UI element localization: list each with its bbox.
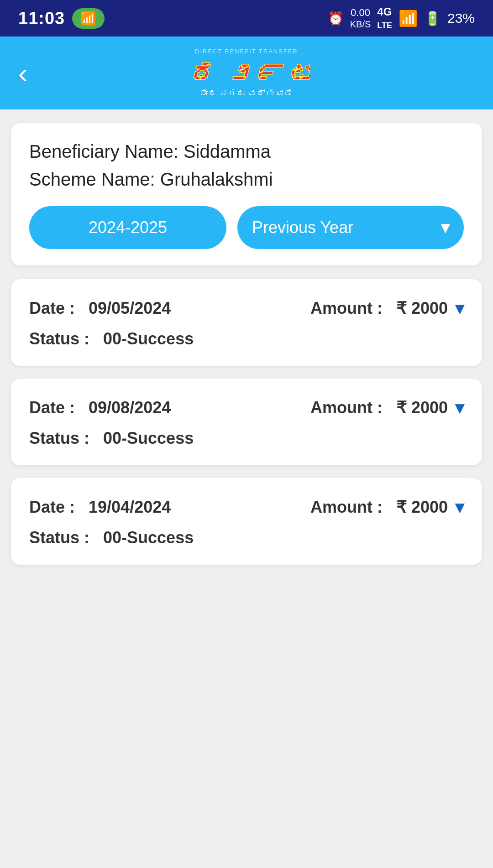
txn-date-value-3: 19/04/2024 — [89, 498, 171, 516]
dbt-label: DIRECT BENEFIT TRANSFER — [195, 48, 298, 55]
txn-status-row-2: Status : 00-Success — [29, 429, 464, 448]
txn-amount-label-2: Amount : — [310, 398, 383, 417]
txn-status-value-3: 00-Success — [103, 528, 194, 547]
scheme-name: Scheme Name: Gruhalakshmi — [29, 169, 464, 190]
txn-status-label-1: Status : — [29, 329, 89, 348]
txn-date-1: Date : 09/05/2024 — [29, 299, 171, 318]
txn-amount-row-1: Amount : ₹ 2000 ▾ — [310, 298, 464, 318]
txn-amount-value-2: ₹ 2000 — [396, 398, 448, 417]
txn-status-label-2: Status : — [29, 429, 89, 447]
txn-amount-label-1: Amount : — [310, 299, 383, 318]
previous-year-button[interactable]: Previous Year ▾ — [237, 206, 464, 249]
txn-amount-row-3: Amount : ₹ 2000 ▾ — [310, 497, 464, 517]
txn-status-row-1: Status : 00-Success — [29, 329, 464, 348]
txn-date-2: Date : 09/08/2024 — [29, 398, 171, 417]
txn-amount-label-3: Amount : — [310, 498, 383, 517]
back-button[interactable]: ‹ — [18, 57, 27, 89]
txn-expand-icon-1[interactable]: ▾ — [455, 298, 464, 318]
wifi-badge: 📶 — [72, 8, 105, 29]
network-type: 4GLTE — [377, 5, 392, 31]
current-year-button[interactable]: 2024-2025 — [29, 206, 226, 249]
txn-date-3: Date : 19/04/2024 — [29, 498, 171, 517]
status-right-icons: ⏰ 0.00 KB/S 4GLTE 📶 🔋 23% — [328, 5, 475, 31]
logo-main: ದ ೨೯ ಟಿ — [183, 56, 310, 88]
txn-top-row-3: Date : 19/04/2024 Amount : ₹ 2000 ▾ — [29, 497, 464, 517]
beneficiary-label: Beneficiary Name: — [29, 141, 178, 161]
logo-slogan: ನೇರ ನಗದು ವರ್ಗಾ ವಣೆ — [200, 88, 293, 98]
txn-amount-row-2: Amount : ₹ 2000 ▾ — [310, 398, 464, 418]
txn-amount-3: Amount : ₹ 2000 — [310, 498, 448, 517]
battery-icon: 🔋 — [424, 10, 441, 26]
txn-date-label-1: Date : — [29, 299, 75, 317]
beneficiary-name: Beneficiary Name: Siddamma — [29, 141, 464, 162]
transaction-card-1: Date : 09/05/2024 Amount : ₹ 2000 ▾ Stat… — [11, 279, 482, 366]
txn-status-value-1: 00-Success — [103, 329, 194, 348]
main-content: Beneficiary Name: Siddamma Scheme Name: … — [0, 109, 493, 868]
signal-icon: 📶 — [399, 9, 418, 27]
logo-svg: ದ ೨೯ ಟಿ — [183, 56, 310, 88]
prev-year-label: Previous Year — [252, 218, 353, 237]
txn-date-label-2: Date : — [29, 398, 75, 417]
txn-expand-icon-2[interactable]: ▾ — [455, 398, 464, 418]
txn-amount-2: Amount : ₹ 2000 — [310, 398, 448, 417]
status-bar: 11:03 📶 ⏰ 0.00 KB/S 4GLTE 📶 🔋 23% — [0, 0, 493, 36]
beneficiary-value: Siddamma — [184, 141, 271, 161]
txn-top-row-1: Date : 09/05/2024 Amount : ₹ 2000 ▾ — [29, 298, 464, 318]
txn-status-row-3: Status : 00-Success — [29, 528, 464, 547]
scheme-value: Gruhalakshmi — [160, 169, 273, 189]
chevron-down-icon: ▾ — [441, 218, 449, 237]
svg-text:ದ ೨೯ ಟಿ: ದ ೨೯ ಟಿ — [187, 57, 310, 88]
txn-amount-1: Amount : ₹ 2000 — [310, 299, 448, 318]
battery-percent: 23% — [447, 10, 475, 26]
txn-amount-value-1: ₹ 2000 — [396, 299, 448, 318]
txn-status-value-2: 00-Success — [103, 429, 194, 447]
network-speed: 0.00 KB/S — [350, 7, 371, 30]
txn-date-value-1: 09/05/2024 — [89, 299, 171, 317]
wifi-icon: 📶 — [80, 11, 96, 26]
txn-expand-icon-3[interactable]: ▾ — [455, 497, 464, 517]
txn-top-row-2: Date : 09/08/2024 Amount : ₹ 2000 ▾ — [29, 398, 464, 418]
txn-status-label-3: Status : — [29, 528, 89, 547]
status-time: 11:03 — [18, 9, 65, 28]
transaction-card-2: Date : 09/08/2024 Amount : ₹ 2000 ▾ Stat… — [11, 379, 482, 465]
year-buttons: 2024-2025 Previous Year ▾ — [29, 206, 464, 249]
scheme-label: Scheme Name: — [29, 169, 155, 189]
transaction-card-3: Date : 19/04/2024 Amount : ₹ 2000 ▾ Stat… — [11, 478, 482, 565]
txn-date-label-3: Date : — [29, 498, 75, 516]
app-logo: DIRECT BENEFIT TRANSFER ದ ೨೯ ಟಿ ನೇರ ನಗದು… — [183, 48, 310, 98]
txn-date-value-2: 09/08/2024 — [89, 398, 171, 417]
app-header: ‹ DIRECT BENEFIT TRANSFER ದ ೨೯ ಟಿ ನೇರ ನಗ… — [0, 36, 493, 109]
txn-amount-value-3: ₹ 2000 — [396, 498, 448, 517]
alarm-icon: ⏰ — [328, 11, 344, 26]
info-card: Beneficiary Name: Siddamma Scheme Name: … — [11, 123, 482, 265]
